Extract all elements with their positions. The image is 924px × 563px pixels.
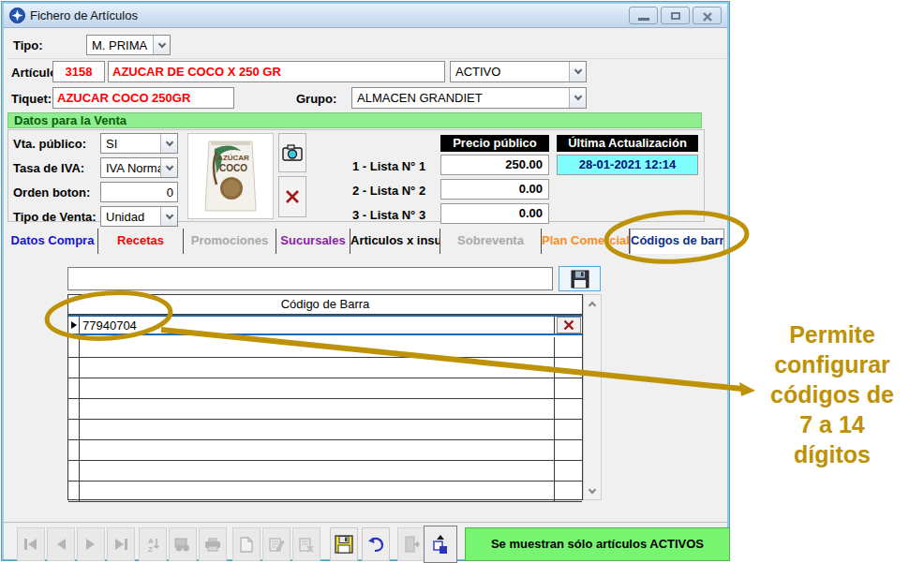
barcode-empty-row[interactable] [68, 440, 582, 461]
capture-image-button[interactable] [278, 133, 306, 172]
tab-promociones[interactable]: Promociones [184, 229, 276, 254]
exit-button[interactable] [397, 527, 425, 561]
lista1-label: 1 - Lista N° 1 [352, 159, 441, 173]
printer-icon [204, 537, 221, 552]
record-toolbar: A Z [4, 522, 727, 559]
tipo-venta-dropdown-button[interactable] [160, 207, 177, 226]
search-button[interactable] [169, 527, 197, 561]
window-title: Fichero de Artículos [30, 8, 138, 22]
grupo-value: ALMACEN GRANDIET [352, 91, 569, 105]
table-scrollbar[interactable] [583, 294, 602, 500]
orden-boton-field[interactable]: 0 [100, 182, 178, 202]
tab-sucursales[interactable]: Sucursales [276, 229, 350, 254]
tipo-label: Tipo: [13, 38, 43, 52]
product-image-text-top: AZÚCAR [217, 154, 249, 162]
previous-record-button[interactable] [47, 527, 75, 561]
tipo-venta-select[interactable]: Unidad [100, 206, 178, 227]
tab-bar: Datos Compra Recetas Promociones Sucursa… [7, 229, 724, 254]
product-image: AZÚCAR COCO [187, 133, 274, 219]
scroll-down-button[interactable] [584, 482, 601, 499]
tab-datos-compra[interactable]: Datos Compra [7, 229, 98, 254]
new-record-button[interactable] [232, 527, 261, 561]
next-record-icon [85, 538, 97, 551]
estado-select[interactable]: ACTIVO [450, 61, 587, 82]
tab-recetas[interactable]: Recetas [98, 229, 184, 254]
barcode-empty-row[interactable] [68, 482, 582, 502]
vta-publico-dropdown-button[interactable] [160, 134, 177, 153]
fichero-articulos-window: Fichero de Artículos Tipo: M. PRIMA Artí… [2, 2, 729, 560]
sort-button[interactable]: A Z [139, 527, 167, 561]
lista2-price-field[interactable]: 0.00 [440, 179, 549, 200]
minimize-button[interactable] [629, 7, 658, 24]
articulo-name-field[interactable]: AZUCAR DE COCO X 250 GR [108, 61, 445, 82]
estado-value: ACTIVO [451, 65, 569, 79]
chevron-up-icon [589, 302, 596, 309]
barcode-empty-row[interactable] [68, 461, 582, 482]
delete-image-button[interactable] [278, 176, 306, 217]
close-button[interactable] [693, 7, 722, 24]
delete-record-button[interactable] [292, 527, 320, 561]
titlebar[interactable]: Fichero de Artículos [4, 4, 727, 28]
barcode-row-selected[interactable]: 77940704 [68, 315, 582, 335]
barcode-empty-row[interactable] [68, 337, 582, 358]
maximize-button[interactable] [661, 7, 690, 24]
save-barcode-button[interactable] [559, 266, 601, 291]
barcode-empty-row[interactable] [68, 358, 582, 378]
annotation-note: Permite configurar códigos de 7 a 14 díg… [742, 319, 922, 469]
new-barcode-input[interactable] [67, 267, 553, 290]
tasa-iva-dropdown-button[interactable] [160, 158, 177, 177]
tab-sobreventa[interactable]: Sobreventa [440, 229, 542, 254]
tab-articulos-x-insu[interactable]: Articulos x insu [350, 229, 440, 254]
tipo-select[interactable]: M. PRIMA [86, 35, 171, 55]
barcode-empty-row[interactable] [68, 399, 582, 420]
chevron-down-icon [574, 93, 581, 100]
delete-x-icon [563, 319, 574, 331]
precio-publico-header: Precio público [440, 135, 549, 152]
undo-arrow-icon [366, 537, 385, 552]
delete-barcode-button[interactable] [557, 317, 581, 333]
app-icon [9, 7, 25, 23]
chevron-down-icon [165, 138, 172, 145]
first-record-icon [23, 538, 38, 551]
grupo-select[interactable]: ALMACEN GRANDIET [351, 87, 587, 109]
tiquet-field[interactable]: AZUCAR COCO 250GR [52, 87, 234, 109]
lista3-price-field[interactable]: 0.00 [440, 203, 549, 224]
tree-structure-icon [431, 534, 450, 555]
annotation-line: 7 a 14 [742, 409, 922, 439]
tab-codigos-de-barra[interactable]: Códigos de barra [630, 229, 724, 254]
barcode-cell[interactable]: 77940704 [80, 317, 554, 333]
new-document-icon [240, 537, 253, 553]
barcode-column-header: Código de Barra [68, 295, 582, 315]
tipo-dropdown-button[interactable] [153, 36, 170, 54]
tab-plan-comercial[interactable]: Plan Comercial [542, 229, 630, 254]
grupo-label: Grupo: [296, 92, 336, 106]
scroll-up-button[interactable] [584, 295, 601, 312]
chevron-down-icon [574, 67, 581, 74]
close-icon [702, 11, 713, 22]
section-datos-venta: Datos para la Venta [7, 112, 702, 128]
print-button[interactable] [199, 527, 227, 561]
tasa-iva-select[interactable]: IVA Normal [100, 157, 178, 178]
tasa-iva-label: Tasa de IVA: [13, 161, 84, 175]
tree-view-button[interactable] [424, 526, 457, 563]
barcode-empty-row[interactable] [68, 378, 582, 399]
articulo-code-field[interactable]: 3158 [52, 61, 105, 82]
divider [7, 58, 728, 59]
last-record-button[interactable] [107, 527, 135, 561]
save-record-button[interactable] [330, 527, 358, 561]
chevron-down-icon [157, 39, 165, 47]
first-record-button[interactable] [17, 527, 45, 561]
lista1-price-field[interactable]: 250.00 [440, 155, 549, 175]
row-marker-icon [71, 321, 77, 329]
product-image-text-main: COCO [219, 163, 247, 173]
undo-button[interactable] [362, 527, 390, 561]
tipo-venta-label: Tipo de Venta: [13, 210, 97, 224]
next-record-button[interactable] [77, 527, 105, 561]
floppy-save-icon [571, 270, 589, 289]
vta-publico-select[interactable]: SI [100, 133, 178, 154]
estado-dropdown-button[interactable] [569, 62, 586, 81]
grupo-dropdown-button[interactable] [569, 88, 586, 108]
barcode-empty-row[interactable] [68, 420, 582, 440]
edit-record-button[interactable] [262, 527, 291, 561]
vta-publico-label: Vta. público: [13, 137, 86, 151]
